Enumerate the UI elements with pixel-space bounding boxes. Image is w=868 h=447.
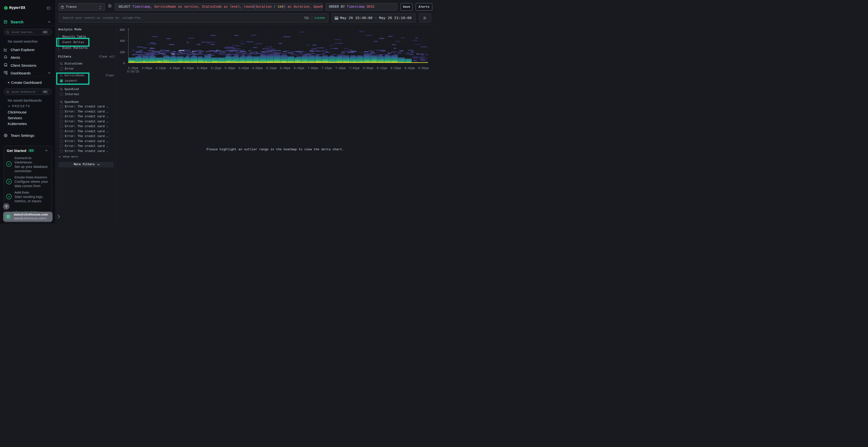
svg-text:8:45pm: 8:45pm <box>404 67 415 70</box>
svg-text:7:30pm: 7:30pm <box>335 67 345 70</box>
svg-text:4:00pm: 4:00pm <box>142 67 152 70</box>
svg-text:8:00pm: 8:00pm <box>363 67 373 70</box>
svg-text:5/26/25: 5/26/25 <box>127 70 139 73</box>
svg-text:7:45pm: 7:45pm <box>349 67 360 70</box>
svg-text:0: 0 <box>123 62 125 65</box>
svg-text:5:30pm: 5:30pm <box>224 67 235 70</box>
svg-text:5:00pm: 5:00pm <box>197 67 207 70</box>
svg-text:4:30pm: 4:30pm <box>169 67 180 70</box>
svg-text:3:45pm: 3:45pm <box>128 67 138 70</box>
svg-text:9:00pm: 9:00pm <box>418 67 429 70</box>
svg-text:4:45pm: 4:45pm <box>183 67 193 70</box>
svg-text:4:15pm: 4:15pm <box>156 67 166 70</box>
svg-text:5:15pm: 5:15pm <box>211 67 221 70</box>
svg-text:6:45pm: 6:45pm <box>294 67 304 70</box>
svg-text:7:15pm: 7:15pm <box>321 67 332 70</box>
svg-text:5:45pm: 5:45pm <box>239 67 249 70</box>
svg-text:600: 600 <box>120 28 125 32</box>
svg-text:400: 400 <box>120 39 125 43</box>
svg-text:6:30pm: 6:30pm <box>280 67 290 70</box>
svg-text:6:15pm: 6:15pm <box>266 67 277 70</box>
svg-text:200: 200 <box>120 51 125 54</box>
svg-text:8:30pm: 8:30pm <box>391 67 401 70</box>
svg-text:6:00pm: 6:00pm <box>252 67 262 70</box>
svg-text:8:15pm: 8:15pm <box>377 67 387 70</box>
svg-text:7:00pm: 7:00pm <box>308 67 318 70</box>
